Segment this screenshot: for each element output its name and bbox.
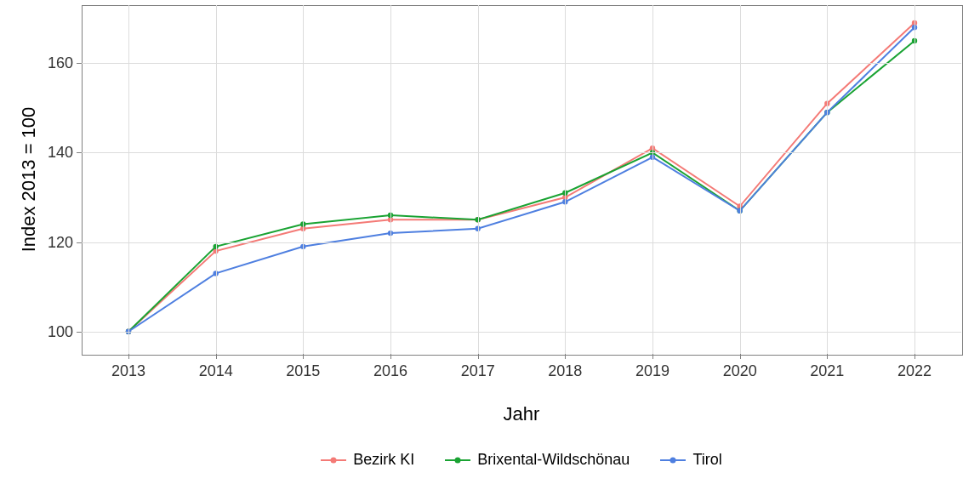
grid-line-x [128, 5, 129, 354]
tick-label-x: 2017 [461, 362, 495, 380]
tick-mark-x [216, 354, 217, 359]
tick-label-x: 2014 [199, 362, 233, 380]
tick-label-x: 2020 [723, 362, 757, 380]
tick-label-x: 2016 [373, 362, 407, 380]
tick-mark-x [390, 354, 391, 359]
grid-line-y [82, 63, 961, 64]
tick-mark-x [565, 354, 566, 359]
legend-key-icon [321, 453, 346, 468]
tick-label-y: 120 [41, 233, 73, 251]
tick-mark-x [128, 354, 129, 359]
tick-label-x: 2015 [286, 362, 320, 380]
legend-key-icon [445, 453, 470, 468]
tick-mark-y [77, 152, 82, 153]
tick-mark-x [478, 354, 479, 359]
legend-item: Brixental-Wildschönau [445, 451, 630, 469]
grid-line-y [82, 332, 961, 333]
tick-label-x: 2018 [548, 362, 582, 380]
tick-mark-y [77, 242, 82, 243]
grid-line-x [914, 5, 915, 354]
grid-line-x [652, 5, 653, 354]
tick-mark-x [303, 354, 304, 359]
legend-label: Bezirk KI [353, 451, 414, 469]
tick-label-y: 140 [41, 144, 73, 162]
tick-label-x: 2022 [897, 362, 932, 380]
grid-line-y [82, 242, 961, 243]
tick-mark-x [914, 354, 915, 359]
tick-mark-x [652, 354, 653, 359]
legend-label: Tirol [692, 451, 721, 469]
grid-line-x [303, 5, 304, 354]
grid-line-x [827, 5, 828, 354]
series-line [128, 27, 914, 331]
series-line [128, 41, 914, 332]
tick-label-y: 160 [41, 54, 73, 72]
grid-line-x [478, 5, 479, 354]
tick-mark-y [77, 63, 82, 64]
tick-mark-x [827, 354, 828, 359]
legend: Bezirk KIBrixental-WildschönauTirol [82, 451, 961, 469]
y-axis-label: Index 2013 = 100 [18, 107, 40, 253]
legend-label: Brixental-Wildschönau [477, 451, 630, 469]
tick-label-x: 2021 [810, 362, 844, 380]
grid-line-x [740, 5, 741, 354]
legend-key-icon [660, 453, 686, 468]
tick-label-x: 2013 [111, 362, 145, 380]
series-line [128, 23, 914, 332]
grid-line-x [216, 5, 217, 354]
legend-item: Bezirk KI [321, 451, 414, 469]
tick-label-y: 100 [41, 322, 73, 340]
x-axis-label: Jahr [504, 403, 540, 425]
grid-line-x [565, 5, 566, 354]
grid-line-x [390, 5, 391, 354]
grid-line-y [82, 152, 961, 153]
tick-mark-x [740, 354, 741, 359]
tick-label-x: 2019 [635, 362, 669, 380]
chart-container: Jahr Index 2013 = 100 Bezirk KIBrixental… [0, 0, 980, 490]
chart-lines-layer [0, 0, 980, 490]
legend-item: Tirol [660, 451, 721, 469]
tick-mark-y [77, 332, 82, 333]
